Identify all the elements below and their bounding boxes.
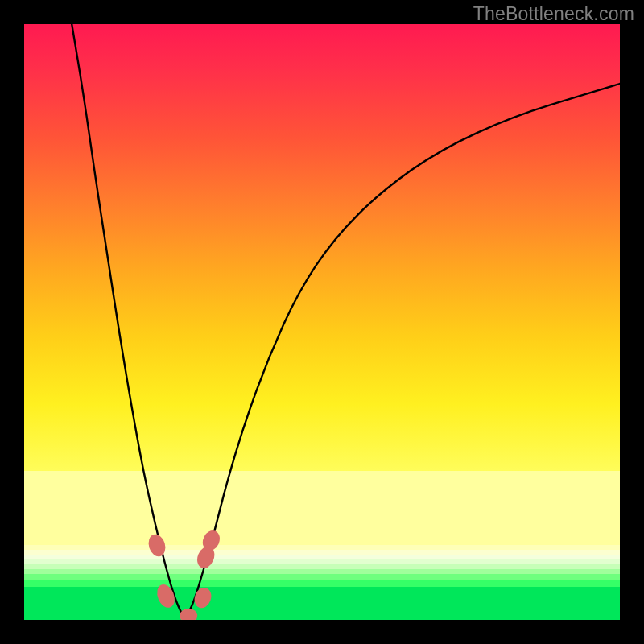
m-right-lower: [192, 585, 214, 610]
m-left-upper: [146, 532, 167, 559]
chart-svg: [24, 24, 620, 620]
m-bottom: [180, 609, 197, 620]
watermark-text: TheBottleneck.com: [473, 3, 634, 25]
marker-group: [146, 528, 222, 620]
chart-frame: TheBottleneck.com: [0, 0, 644, 644]
bottleneck-curve-line: [72, 24, 620, 615]
plot-area: [24, 24, 620, 620]
